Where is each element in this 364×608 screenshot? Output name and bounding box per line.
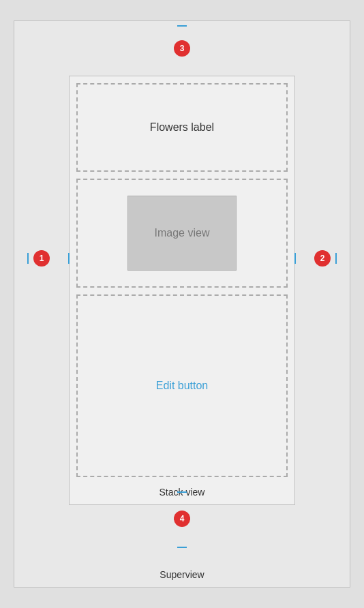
constraint-2-left-tick [294, 253, 296, 264]
constraint-4-bottom-line [14, 76, 15, 96]
superview-label: Superview [14, 569, 350, 580]
edit-button-section: Edit button [76, 294, 288, 477]
flowers-section: Flowers label [76, 83, 288, 172]
constraint-3-top-tick [177, 25, 187, 27]
image-view-label: Image view [155, 227, 210, 239]
image-section: Image view [76, 179, 288, 288]
constraint-4-top-tick [177, 491, 187, 493]
constraint-1-right-tick [68, 253, 70, 264]
constraint-4-top-line [14, 57, 15, 76]
stack-view-card: Flowers label Image view Edit button Sta… [69, 76, 295, 505]
flowers-label: Flowers label [150, 121, 214, 134]
edit-button-label[interactable]: Edit button [156, 380, 209, 392]
constraint-4-bottom-tick [177, 547, 187, 548]
constraint-3-top-line [14, 21, 15, 36]
constraint-badge-1: 1 [33, 250, 50, 267]
constraint-badge-4: 4 [174, 511, 190, 527]
constraint-2-line [14, 56, 55, 57]
constraint-3-bottom-line [14, 36, 15, 55]
constraint-badge-3: 3 [174, 40, 190, 57]
constraint-1-left-tick [27, 253, 29, 264]
constraint-2-right-tick [335, 253, 337, 264]
constraint-badge-2: 2 [314, 250, 331, 267]
image-view-box: Image view [127, 196, 237, 271]
superview-container: 3 Flowers label Image view Edit button S… [14, 20, 350, 588]
